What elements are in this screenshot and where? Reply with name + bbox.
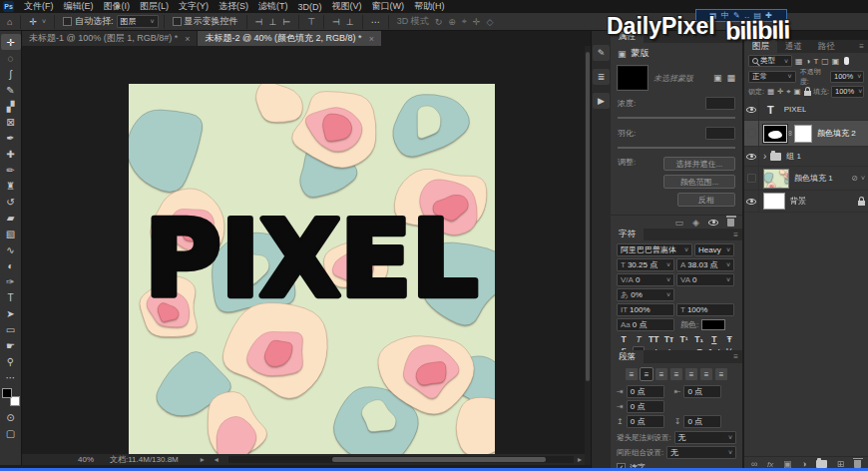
zoom-level[interactable]: 40% (78, 455, 94, 464)
lock-artboard-icon[interactable]: ▣ (794, 87, 801, 96)
fill-color-thumbnail[interactable] (794, 125, 812, 143)
space-after-field[interactable]: 0 点 (683, 415, 721, 428)
quick-mask-button[interactable]: ⊙ (1, 409, 21, 425)
3d-pan-icon[interactable]: ⌖ (459, 16, 470, 27)
menu-item-image[interactable]: 图像(I) (99, 0, 136, 13)
apply-mask-icon[interactable]: ◈ (692, 218, 699, 228)
filter-pixel-layers-icon[interactable]: ▦ (795, 57, 803, 66)
hand-tool[interactable]: ☛ (1, 337, 21, 353)
panel-menu-icon[interactable]: ≡ (729, 31, 742, 43)
fill-field[interactable]: 100%˅ (831, 86, 864, 98)
mask-thumbnail[interactable] (618, 66, 648, 90)
actions-panel-icon[interactable]: ▶ (593, 93, 610, 109)
3d-slide-icon[interactable]: ✛ (470, 17, 484, 27)
path-select-tool[interactable]: ➤ (1, 305, 21, 321)
menu-item-file[interactable]: 文件(F) (19, 0, 59, 13)
gradient-tool[interactable]: ▧ (1, 226, 21, 241)
tab-properties[interactable]: 属性 (611, 31, 644, 43)
document-canvas[interactable] (129, 84, 495, 454)
close-icon[interactable]: × (185, 34, 190, 44)
status-popup-icon[interactable]: ▸ (201, 455, 205, 464)
panel-menu-icon[interactable]: ≡ (729, 229, 742, 240)
align-top-icon[interactable]: ⊤ (304, 17, 318, 27)
lock-transparency-icon[interactable]: ▦ (767, 87, 774, 96)
lasso-tool[interactable]: ʃ (1, 66, 21, 82)
justify-last-left-button[interactable]: ≡ (670, 368, 682, 380)
lock-position-icon[interactable]: ⌖ (786, 87, 790, 97)
3d-roll-icon[interactable]: ⊕ (445, 17, 459, 27)
tab-character[interactable]: 字符 (611, 229, 644, 240)
visibility-toggle[interactable] (744, 147, 759, 166)
font-style-dropdown[interactable]: Heavy˅ (694, 243, 734, 256)
document-tab-1[interactable]: 未标题-1 @ 100% (图层 1, RGB/8#) * × (22, 31, 197, 46)
eraser-tool[interactable]: ▰ (1, 210, 21, 226)
visibility-toggle[interactable] (744, 191, 759, 212)
mojikumi-dropdown[interactable]: 无˅ (666, 446, 736, 459)
strikethrough-button[interactable]: Ŧ (723, 334, 735, 344)
distribute-h-icon[interactable]: ⊣ (329, 17, 343, 27)
align-center-icon[interactable]: ⊥ (265, 17, 279, 27)
space-before-field[interactable]: 0 点 (627, 415, 664, 428)
align-center-button[interactable]: ≡ (641, 368, 652, 380)
small-caps-button[interactable]: Tт (662, 334, 674, 344)
faux-bold-button[interactable]: T (618, 334, 630, 344)
layer-row-background[interactable]: 背景 (744, 191, 868, 213)
trash-icon[interactable] (727, 219, 734, 227)
distribute-v-icon[interactable]: ⊥ (343, 17, 357, 27)
feather-value[interactable] (705, 127, 735, 140)
panel-menu-icon[interactable]: ≡ (855, 40, 868, 53)
indent-left-field[interactable]: 0 点 (627, 385, 664, 398)
filter-smart-objects-icon[interactable]: ▣ (832, 57, 840, 66)
vertical-scale-field[interactable]: IT100% (617, 303, 674, 316)
group-expand-icon[interactable]: › (763, 151, 766, 162)
kerning-field[interactable]: V/A0˅ (617, 273, 674, 286)
visibility-toggle[interactable] (744, 167, 759, 190)
layer-row-group-1[interactable]: › 组 1 (744, 147, 868, 167)
filter-toggle[interactable] (844, 57, 849, 65)
home-icon[interactable]: ⌂ (4, 17, 15, 27)
horizontal-scale-field[interactable]: T100% (676, 303, 734, 316)
layer-mask-thumbnail[interactable] (763, 125, 787, 143)
canvas-area[interactable] (22, 46, 585, 454)
faux-italic-button[interactable]: T (633, 334, 645, 344)
filter-type-layers-icon[interactable]: T (813, 57, 818, 66)
menu-item-type[interactable]: 文字(Y) (174, 0, 214, 13)
subscript-button[interactable]: T₁ (693, 334, 705, 344)
layer-row-color-fill-2[interactable]: ∞ 颜色填充 2 (744, 121, 868, 147)
document-tab-2[interactable]: 未标题-2 @ 40% (颜色填充 2, RGB/8) * × (198, 31, 380, 46)
density-value[interactable] (705, 97, 735, 110)
zoom-tool[interactable]: ⚲ (1, 353, 21, 369)
edit-toolbar-icon[interactable]: ⋯ (1, 369, 21, 385)
crop-tool[interactable]: ▞ (1, 98, 21, 114)
filter-adjustment-layers-icon[interactable]: ◑ (806, 57, 811, 66)
frame-tool[interactable]: ⊠ (1, 114, 21, 130)
density-slider[interactable] (618, 117, 735, 119)
justify-last-center-button[interactable]: ≡ (685, 368, 697, 380)
filter-shape-layers-icon[interactable]: ▢ (821, 57, 829, 66)
eyedropper-tool[interactable]: ✒ (1, 130, 21, 146)
show-transform-checkbox[interactable]: 显示变换控件 (170, 15, 241, 28)
filter-type-dropdown[interactable]: 类型 ˅ (748, 55, 792, 67)
dodge-tool[interactable]: ◐ (1, 257, 21, 273)
all-caps-button[interactable]: TT (648, 334, 659, 344)
adjustments-panel-icon[interactable]: ≣ (593, 69, 610, 85)
kinsoku-dropdown[interactable]: 无˅ (674, 431, 736, 444)
align-right-icon[interactable]: ⊢ (279, 17, 293, 27)
tab-layers[interactable]: 图层 (744, 40, 777, 53)
underline-button[interactable]: T (708, 334, 720, 344)
pen-tool[interactable]: ✑ (1, 273, 21, 289)
visibility-toggle[interactable] (744, 121, 759, 146)
foreground-color-swatch[interactable] (2, 388, 12, 398)
close-icon[interactable]: × (369, 34, 374, 44)
delete-layer-icon[interactable] (854, 460, 861, 468)
3d-zoom-icon[interactable]: ◇ (483, 17, 496, 27)
shape-tool[interactable]: ▭ (1, 321, 21, 337)
invert-button[interactable]: 反相 (677, 193, 735, 207)
first-line-indent-field[interactable]: 0 点 (627, 400, 664, 413)
more-options-icon[interactable]: ⋯ (368, 17, 383, 27)
justify-all-button[interactable]: ≡ (715, 368, 727, 380)
menu-item-select[interactable]: 选择(S) (214, 0, 253, 13)
panel-menu-icon[interactable]: ≡ (729, 350, 742, 363)
move-tool-preset[interactable]: ✛ ˅ (26, 17, 49, 27)
menu-item-window[interactable]: 窗口(W) (367, 0, 410, 13)
